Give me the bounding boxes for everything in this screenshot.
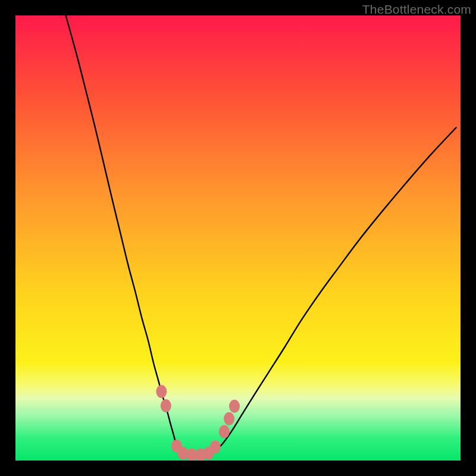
chart-frame: TheBottleneck.com bbox=[0, 0, 476, 476]
bottleneck-curve bbox=[66, 15, 456, 456]
data-marker bbox=[229, 400, 240, 413]
data-marker bbox=[224, 412, 234, 425]
data-marker bbox=[156, 385, 167, 398]
data-marker bbox=[161, 399, 171, 412]
data-marker bbox=[219, 425, 230, 438]
data-marker bbox=[210, 441, 221, 454]
plot-svg bbox=[15, 15, 461, 461]
watermark-text: TheBottleneck.com bbox=[362, 2, 471, 17]
plot-area bbox=[15, 15, 461, 461]
